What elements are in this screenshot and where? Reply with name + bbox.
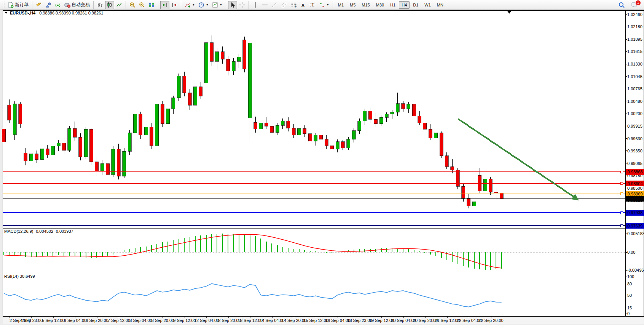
price-badge-label: 0.98261 xyxy=(628,196,643,201)
candlestick-chart-icon xyxy=(107,2,113,8)
candle-bear xyxy=(308,134,312,141)
periods-button[interactable]: ▼ xyxy=(197,1,210,9)
timeframe-m1[interactable]: M1 xyxy=(335,1,346,9)
new-order-icon xyxy=(8,2,14,8)
timeframe-m30[interactable]: M30 xyxy=(373,1,387,9)
macd-axis-label: -0.004963 xyxy=(627,268,644,272)
channel-button[interactable] xyxy=(279,1,289,9)
zoom-in-button[interactable] xyxy=(128,1,137,9)
new-order-label: 新订单 xyxy=(15,2,29,8)
vertical-line-button[interactable] xyxy=(251,1,260,9)
time-label: 6 Sep 20:00 xyxy=(86,318,108,323)
candle-bear xyxy=(445,156,448,167)
crosshair-button[interactable] xyxy=(238,1,247,9)
indicators-button[interactable]: ▼ xyxy=(183,1,196,9)
candle-bull xyxy=(248,43,252,118)
candle-bull xyxy=(363,111,367,121)
candle-bear xyxy=(303,128,306,134)
candle-bull xyxy=(172,98,175,109)
candle-bear xyxy=(270,126,274,132)
price-badge-label: 0.97639 xyxy=(628,224,643,228)
notifications-button[interactable]: 1 xyxy=(630,1,639,9)
time-label: 20 Sep 20:00 xyxy=(413,318,438,323)
candle-bear xyxy=(199,87,202,96)
rsi-axis-label: 15 xyxy=(627,306,632,310)
line-chart-icon xyxy=(116,2,122,8)
line-chart-button[interactable] xyxy=(115,1,124,9)
time-label: 15 Sep 12:00 xyxy=(303,318,328,323)
candle-bull xyxy=(29,154,33,161)
line-handle[interactable] xyxy=(620,183,623,185)
cursor-button[interactable] xyxy=(228,1,237,9)
time-label: 13 Sep 12:00 xyxy=(238,318,263,323)
text-button[interactable]: A xyxy=(298,1,308,9)
timeframe-mn[interactable]: MN xyxy=(434,1,446,9)
line-handle[interactable] xyxy=(620,211,623,214)
candle-bear xyxy=(494,192,498,193)
chart-canvas: EURUSD-,H40.98386 0.98390 0.98261 0.9826… xyxy=(0,0,644,325)
candle-bear xyxy=(374,119,378,124)
chart-shift-button[interactable] xyxy=(170,1,179,9)
line-handle[interactable] xyxy=(620,225,623,227)
candle-bear xyxy=(89,129,93,162)
zoom-out-button[interactable] xyxy=(137,1,147,9)
candle-bear xyxy=(188,93,191,105)
time-label: 8 Sep 20:00 xyxy=(151,318,174,323)
search-button[interactable] xyxy=(617,1,626,9)
timeframe-h1[interactable]: H1 xyxy=(387,1,398,9)
rsi-label: RSI(14) 30.6499 xyxy=(4,274,35,279)
candle-bull xyxy=(281,121,284,126)
time-label: 16 Sep 04:00 xyxy=(325,318,350,323)
timeframe-d1[interactable]: D1 xyxy=(410,1,421,9)
candle-bull xyxy=(68,128,71,150)
market-watch-button[interactable] xyxy=(44,1,53,9)
price-tick-label: 1.00200 xyxy=(627,111,642,116)
timeframe-w1[interactable]: W1 xyxy=(422,1,434,9)
timeframe-h4[interactable]: H4 xyxy=(399,1,410,9)
candle-bull xyxy=(232,61,235,71)
candle-bull xyxy=(204,43,208,83)
candle-bear xyxy=(8,105,11,120)
candle-bull xyxy=(379,117,383,123)
candle-bear xyxy=(210,43,214,61)
candlestick-chart-button[interactable] xyxy=(105,1,114,9)
candle-bear xyxy=(46,149,49,155)
candle-bull xyxy=(133,114,137,133)
templates-button[interactable]: ▼ xyxy=(210,1,224,9)
new-order-button[interactable]: 新订单 xyxy=(6,1,30,9)
horizontal-line-button[interactable] xyxy=(260,1,269,9)
timeframe-m15[interactable]: M15 xyxy=(359,1,372,9)
autotrading-button[interactable]: 自动交易 xyxy=(63,1,91,9)
signals-icon xyxy=(55,2,61,8)
market-watch-icon xyxy=(45,2,51,8)
signals-button[interactable] xyxy=(53,1,62,9)
text-label-button[interactable]: T xyxy=(308,1,317,9)
candle-bull xyxy=(166,109,170,123)
timeframe-group: M1M5M15M30H1H4D1W1MN xyxy=(335,1,446,9)
candle-bull xyxy=(112,149,115,175)
time-label: 18 Sep 23:00 xyxy=(347,318,372,323)
time-label: 22 Sep 20:00 xyxy=(478,318,503,323)
zoom-out-icon xyxy=(139,2,145,8)
trendline-icon xyxy=(271,2,277,8)
candle-bear xyxy=(265,123,268,126)
price-tick-label: 1.01895 xyxy=(627,37,642,42)
price-badge-label: 0.98604 xyxy=(628,181,643,186)
tile-windows-button[interactable] xyxy=(147,1,156,9)
trendline-button[interactable] xyxy=(270,1,279,9)
auto-scroll-button[interactable] xyxy=(160,1,169,9)
chart-title: EURUSD-,H40.98386 0.98390 0.98261 0.9826… xyxy=(10,11,103,15)
bar-chart-button[interactable] xyxy=(96,1,105,9)
styles-button[interactable] xyxy=(34,1,43,9)
arrows-button[interactable]: ▼ xyxy=(317,1,331,9)
timeframe-m5[interactable]: M5 xyxy=(347,1,358,9)
toolbar: 新订单 自动交易 ▼ ▼ xyxy=(0,0,644,10)
candle-bear xyxy=(330,146,334,149)
candle-bear xyxy=(106,163,110,175)
fibonacci-button[interactable]: F xyxy=(289,1,298,9)
toolbar-grip[interactable] xyxy=(3,2,5,8)
candle-bull xyxy=(13,104,16,135)
line-handle[interactable] xyxy=(620,193,623,195)
candle-bull xyxy=(259,123,263,129)
line-handle[interactable] xyxy=(620,171,623,173)
